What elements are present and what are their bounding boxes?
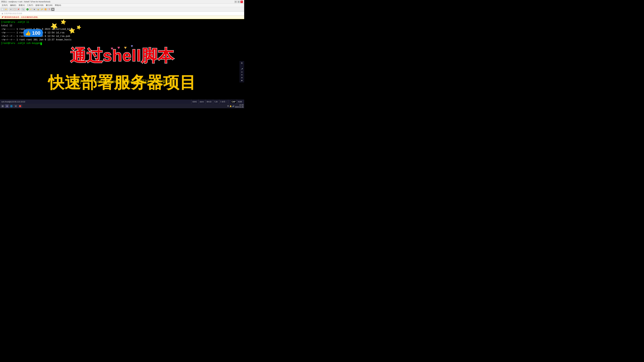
taskbar: ⊞ 🖥 🌐 W 🔴 英 🔔 🔊 21:00 2024-01-06 bbox=[0, 104, 244, 108]
addrbar-text: 主机IP地址或会话名称 bbox=[4, 12, 22, 15]
float-mic[interactable]: 🎤 bbox=[240, 68, 244, 70]
toolbar-green[interactable] bbox=[26, 8, 29, 10]
app4-icon: 🔴 bbox=[19, 105, 21, 107]
taskbar-terminal[interactable]: 🖥 bbox=[5, 104, 9, 108]
titlebar-title: 阿里云 - root@ruru:~/.ssh - Xshell 7 (Free … bbox=[1, 0, 50, 3]
big-text-deploy: 快速部署服务器项目 bbox=[0, 74, 244, 90]
start-button[interactable]: ⊞ bbox=[1, 104, 5, 108]
maximize-button[interactable]: □ bbox=[238, 1, 240, 3]
float-screen[interactable]: ⊡ bbox=[240, 71, 244, 73]
toolbar-open[interactable]: 📂 bbox=[4, 8, 8, 11]
toolbar-btn5[interactable]: 🔑 bbox=[40, 8, 44, 11]
toolbar-new[interactable]: 📄 bbox=[1, 8, 4, 11]
terminal-line-3: -rw------- 1 root root 6 May 6 2023 auth… bbox=[1, 27, 243, 31]
subtitle-text: 执行一下：ssh-keygen这个命令,就可以生成公钥！ bbox=[73, 79, 171, 84]
toolbar-copy[interactable]: 📋 bbox=[13, 8, 16, 11]
app3-icon: W bbox=[15, 105, 16, 107]
toolbar-btn6[interactable]: 📶 bbox=[44, 8, 47, 11]
terminal-line-4: -rw------- 1 root root 100 Jan 6 12:54 i… bbox=[1, 31, 243, 34]
tip-icon: 📌 bbox=[1, 16, 4, 18]
windows-icon: ⊞ bbox=[2, 105, 4, 107]
float-toolbar: 英 · 🎤 ⊡ ✉ ⚙ ✚ bbox=[240, 61, 244, 82]
toolbar-btn4[interactable]: 🔒 bbox=[36, 8, 40, 11]
float-mail[interactable]: ✉ bbox=[240, 73, 244, 76]
taskbar-app3[interactable]: W bbox=[14, 104, 18, 108]
clock: 21:00 2024-01-06 bbox=[235, 104, 244, 108]
toolbar-btn7[interactable]: ❓ bbox=[48, 8, 51, 11]
terminal-line-2: total 12 bbox=[1, 24, 243, 27]
tip-text: 要添加到当前会话，点击左侧的前头按钮。 bbox=[4, 16, 40, 18]
taskbar-app4[interactable]: 🔴 bbox=[18, 104, 22, 108]
terminal[interactable]: [root@ruru .ssh]# ll total 12 -rw-------… bbox=[0, 19, 244, 99]
menu-tabs[interactable]: 选项卡(B) bbox=[34, 4, 44, 7]
menu-edit[interactable]: 编辑(E) bbox=[9, 4, 17, 7]
addrbar-icon: 🖥 bbox=[1, 12, 3, 14]
terminal-line-1: [root@ruru .ssh]# ll bbox=[1, 20, 243, 24]
toolbar-paste[interactable]: 📌 bbox=[16, 8, 20, 11]
terminal-task-icon: 🖥 bbox=[6, 105, 8, 107]
status-ssh-info: ssh://root@123.56.113.10:22 bbox=[1, 101, 25, 103]
float-lang[interactable]: 英 bbox=[240, 62, 244, 65]
toolbar-btn8[interactable]: 💬 bbox=[51, 8, 54, 11]
toolbar-search[interactable]: 🔍 bbox=[22, 8, 25, 11]
addrbar: 🖥 主机IP地址或会话名称 bbox=[0, 12, 244, 15]
terminal-line-7: [root@ruru .ssh]# ssh-keygen bbox=[1, 41, 243, 45]
status-num: NUM bbox=[237, 99, 243, 104]
browser-icon: 🌐 bbox=[10, 105, 12, 107]
toolbar-sep3 bbox=[26, 8, 26, 11]
menu-tools[interactable]: 工具(T) bbox=[26, 4, 34, 7]
statusbar: ssh://root@123.56.113.10:22 SSH2 xterm 9… bbox=[0, 99, 244, 104]
systray-notify[interactable]: 🔔 bbox=[230, 105, 232, 107]
menu-help[interactable]: 帮助(H) bbox=[54, 4, 62, 7]
status-xterm: xterm bbox=[198, 99, 205, 104]
terminal-line-6: -rw-r--r-- 1 root root 391 Jan 6 13:37 k… bbox=[1, 38, 243, 41]
terminal-content: [root@ruru .ssh]# ll total 12 -rw-------… bbox=[0, 19, 244, 46]
menubar: 文件(F) 编辑(E) 查看(V) 工具(T) 选项卡(B) 窗口(W) 帮助(… bbox=[0, 4, 244, 7]
systray-lang[interactable]: 英 bbox=[227, 105, 229, 107]
clock-date: 2024-01-06 bbox=[235, 106, 244, 108]
big-text-shell: 通过shell脚本 bbox=[0, 48, 244, 64]
status-session: 1 会话 ↓ bbox=[219, 99, 228, 104]
systray: 英 🔔 🔊 21:00 2024-01-06 bbox=[227, 104, 244, 108]
cursor bbox=[40, 42, 42, 45]
toolbar: 📄 📂 ✂ 📋 📌 🔍 ⚡ ⊕ 🔒 🔑 📶 ❓ 💬 bbox=[0, 7, 244, 12]
menu-file[interactable]: 文件(F) bbox=[1, 4, 9, 7]
taskbar-browser[interactable]: 🌐 bbox=[9, 104, 14, 108]
float-settings[interactable]: ⚙ bbox=[240, 76, 244, 79]
heart-1: ♥ bbox=[111, 46, 113, 51]
menu-view[interactable]: 查看(V) bbox=[18, 4, 26, 7]
minimize-button[interactable]: ─ bbox=[234, 1, 237, 3]
status-cap: CAP bbox=[231, 100, 236, 103]
toolbar-btn3[interactable]: ⊕ bbox=[33, 8, 36, 11]
status-cursor: 7,29 bbox=[213, 99, 218, 104]
status-ssh2: SSH2 bbox=[191, 99, 198, 104]
clock-time: 21:00 bbox=[235, 104, 244, 106]
toolbar-cut[interactable]: ✂ bbox=[9, 8, 12, 11]
titlebar-controls: ─ □ ✕ bbox=[234, 1, 243, 3]
float-add[interactable]: ✚ bbox=[240, 79, 244, 82]
terminal-line-5: -rw-r--r-- 1 root root 563 Jan 6 12:54 i… bbox=[1, 34, 243, 38]
menu-window[interactable]: 窗口(W) bbox=[45, 4, 54, 7]
float-dot[interactable]: · bbox=[240, 65, 244, 67]
systray-volume[interactable]: 🔊 bbox=[232, 105, 234, 107]
tipbar: 📌 要添加到当前会话，点击左侧的前头按钮。 bbox=[0, 15, 244, 19]
status-size: 99×23 bbox=[206, 99, 212, 104]
titlebar: 阿里云 - root@ruru:~/.ssh - Xshell 7 (Free … bbox=[0, 0, 244, 4]
close-button[interactable]: ✕ bbox=[240, 1, 243, 3]
toolbar-btn2[interactable]: ⚡ bbox=[29, 8, 32, 11]
